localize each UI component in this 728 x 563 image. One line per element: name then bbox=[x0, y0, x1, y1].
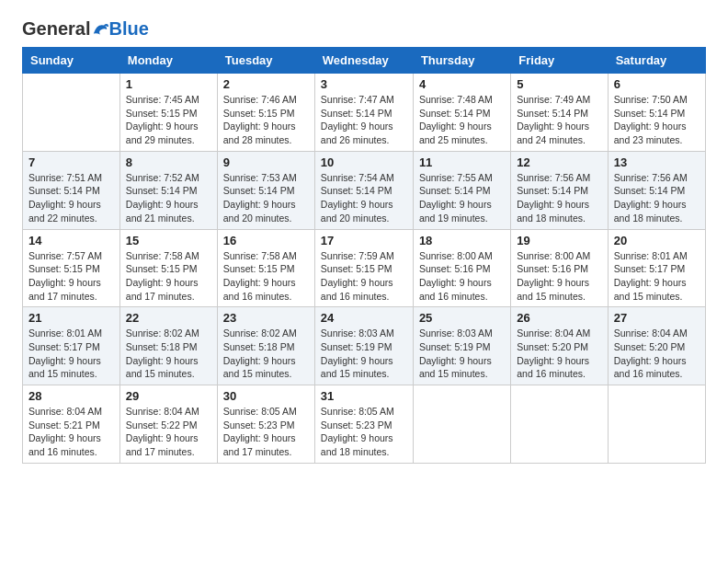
day-number: 20 bbox=[614, 234, 700, 247]
day-cell: 4Sunrise: 7:48 AMSunset: 5:14 PMDaylight… bbox=[413, 74, 510, 152]
day-cell bbox=[608, 385, 705, 464]
day-info: Sunrise: 8:00 AMSunset: 5:16 PMDaylight:… bbox=[419, 249, 505, 304]
day-info: Sunrise: 8:02 AMSunset: 5:18 PMDaylight:… bbox=[223, 327, 309, 381]
day-info: Sunrise: 7:51 AMSunset: 5:14 PMDaylight:… bbox=[28, 171, 114, 225]
day-number: 22 bbox=[126, 311, 211, 325]
day-info: Sunrise: 8:04 AMSunset: 5:22 PMDaylight:… bbox=[126, 405, 211, 459]
day-number: 23 bbox=[223, 311, 309, 325]
day-cell: 16Sunrise: 7:58 AMSunset: 5:15 PMDayligh… bbox=[217, 229, 314, 307]
day-info: Sunrise: 8:04 AMSunset: 5:20 PMDaylight:… bbox=[517, 327, 601, 381]
day-cell: 19Sunrise: 8:00 AMSunset: 5:16 PMDayligh… bbox=[511, 229, 608, 307]
day-number: 6 bbox=[614, 77, 700, 91]
day-cell bbox=[511, 385, 608, 464]
day-number: 29 bbox=[126, 389, 211, 403]
day-cell: 30Sunrise: 8:05 AMSunset: 5:23 PMDayligh… bbox=[217, 385, 314, 464]
day-cell: 11Sunrise: 7:55 AMSunset: 5:14 PMDayligh… bbox=[413, 151, 510, 229]
day-cell: 20Sunrise: 8:01 AMSunset: 5:17 PMDayligh… bbox=[608, 229, 705, 307]
day-info: Sunrise: 7:53 AMSunset: 5:14 PMDaylight:… bbox=[223, 171, 309, 225]
day-cell: 10Sunrise: 7:54 AMSunset: 5:14 PMDayligh… bbox=[314, 151, 413, 229]
day-cell: 12Sunrise: 7:56 AMSunset: 5:14 PMDayligh… bbox=[511, 151, 608, 229]
day-cell: 22Sunrise: 8:02 AMSunset: 5:18 PMDayligh… bbox=[119, 307, 217, 385]
day-number: 11 bbox=[419, 155, 505, 169]
day-cell: 18Sunrise: 8:00 AMSunset: 5:16 PMDayligh… bbox=[413, 229, 510, 307]
day-number: 21 bbox=[28, 311, 114, 325]
day-info: Sunrise: 7:56 AMSunset: 5:14 PMDaylight:… bbox=[614, 171, 700, 225]
week-row-4: 21Sunrise: 8:01 AMSunset: 5:17 PMDayligh… bbox=[23, 307, 706, 385]
day-number: 10 bbox=[321, 155, 407, 169]
day-cell: 1Sunrise: 7:45 AMSunset: 5:15 PMDaylight… bbox=[119, 74, 217, 152]
day-cell: 6Sunrise: 7:50 AMSunset: 5:14 PMDaylight… bbox=[608, 74, 705, 152]
day-number: 15 bbox=[126, 234, 211, 247]
day-cell: 23Sunrise: 8:02 AMSunset: 5:18 PMDayligh… bbox=[217, 307, 314, 385]
day-number: 25 bbox=[419, 311, 505, 325]
day-cell: 28Sunrise: 8:04 AMSunset: 5:21 PMDayligh… bbox=[23, 385, 120, 464]
day-cell: 25Sunrise: 8:03 AMSunset: 5:19 PMDayligh… bbox=[413, 307, 510, 385]
logo-blue: Blue bbox=[108, 18, 148, 40]
day-number: 13 bbox=[614, 155, 700, 169]
day-info: Sunrise: 8:02 AMSunset: 5:18 PMDaylight:… bbox=[126, 327, 211, 381]
day-info: Sunrise: 7:58 AMSunset: 5:15 PMDaylight:… bbox=[223, 249, 309, 304]
day-info: Sunrise: 7:47 AMSunset: 5:14 PMDaylight:… bbox=[321, 93, 407, 147]
day-number: 30 bbox=[223, 389, 309, 403]
weekday-header-friday: Friday bbox=[511, 48, 608, 74]
day-number: 26 bbox=[517, 311, 601, 325]
day-info: Sunrise: 7:49 AMSunset: 5:14 PMDaylight:… bbox=[517, 93, 601, 147]
day-cell: 9Sunrise: 7:53 AMSunset: 5:14 PMDaylight… bbox=[217, 151, 314, 229]
week-row-1: 1Sunrise: 7:45 AMSunset: 5:15 PMDaylight… bbox=[23, 74, 706, 152]
day-number: 5 bbox=[517, 77, 601, 91]
day-number: 12 bbox=[517, 155, 601, 169]
day-cell: 8Sunrise: 7:52 AMSunset: 5:14 PMDaylight… bbox=[119, 151, 217, 229]
day-cell: 14Sunrise: 7:57 AMSunset: 5:15 PMDayligh… bbox=[23, 229, 120, 307]
day-cell: 26Sunrise: 8:04 AMSunset: 5:20 PMDayligh… bbox=[511, 307, 608, 385]
weekday-header-row: SundayMondayTuesdayWednesdayThursdayFrid… bbox=[23, 48, 706, 74]
week-row-2: 7Sunrise: 7:51 AMSunset: 5:14 PMDaylight… bbox=[23, 151, 706, 229]
day-number: 19 bbox=[517, 234, 601, 247]
logo-general: General bbox=[22, 18, 90, 40]
weekday-header-tuesday: Tuesday bbox=[217, 48, 314, 74]
day-info: Sunrise: 7:58 AMSunset: 5:15 PMDaylight:… bbox=[126, 249, 211, 304]
weekday-header-sunday: Sunday bbox=[23, 48, 120, 74]
weekday-header-monday: Monday bbox=[119, 48, 217, 74]
day-info: Sunrise: 7:52 AMSunset: 5:14 PMDaylight:… bbox=[126, 171, 211, 225]
day-info: Sunrise: 8:03 AMSunset: 5:19 PMDaylight:… bbox=[321, 327, 407, 381]
day-cell: 24Sunrise: 8:03 AMSunset: 5:19 PMDayligh… bbox=[314, 307, 413, 385]
day-info: Sunrise: 7:57 AMSunset: 5:15 PMDaylight:… bbox=[28, 249, 114, 304]
day-cell: 7Sunrise: 7:51 AMSunset: 5:14 PMDaylight… bbox=[23, 151, 120, 229]
day-info: Sunrise: 8:01 AMSunset: 5:17 PMDaylight:… bbox=[28, 327, 114, 381]
day-info: Sunrise: 8:03 AMSunset: 5:19 PMDaylight:… bbox=[419, 327, 505, 381]
day-info: Sunrise: 7:50 AMSunset: 5:14 PMDaylight:… bbox=[614, 93, 700, 147]
day-cell: 29Sunrise: 8:04 AMSunset: 5:22 PMDayligh… bbox=[119, 385, 217, 464]
day-cell: 15Sunrise: 7:58 AMSunset: 5:15 PMDayligh… bbox=[119, 229, 217, 307]
logo: General Blue bbox=[22, 18, 149, 40]
page-header: General Blue bbox=[22, 18, 706, 40]
day-info: Sunrise: 8:00 AMSunset: 5:16 PMDaylight:… bbox=[517, 249, 601, 304]
logo-bird-icon bbox=[92, 21, 108, 38]
day-number: 9 bbox=[223, 155, 309, 169]
day-number: 27 bbox=[614, 311, 700, 325]
day-info: Sunrise: 8:04 AMSunset: 5:21 PMDaylight:… bbox=[28, 405, 114, 459]
day-cell: 17Sunrise: 7:59 AMSunset: 5:15 PMDayligh… bbox=[314, 229, 413, 307]
day-number: 3 bbox=[321, 77, 407, 91]
day-cell: 3Sunrise: 7:47 AMSunset: 5:14 PMDaylight… bbox=[314, 74, 413, 152]
day-number: 4 bbox=[419, 77, 505, 91]
day-number: 16 bbox=[223, 234, 309, 247]
day-number: 17 bbox=[321, 234, 407, 247]
day-number: 28 bbox=[28, 389, 114, 403]
day-info: Sunrise: 7:48 AMSunset: 5:14 PMDaylight:… bbox=[419, 93, 505, 147]
day-cell bbox=[23, 74, 120, 152]
day-info: Sunrise: 7:46 AMSunset: 5:15 PMDaylight:… bbox=[223, 93, 309, 147]
day-cell: 27Sunrise: 8:04 AMSunset: 5:20 PMDayligh… bbox=[608, 307, 705, 385]
day-cell bbox=[413, 385, 510, 464]
day-cell: 21Sunrise: 8:01 AMSunset: 5:17 PMDayligh… bbox=[23, 307, 120, 385]
week-row-5: 28Sunrise: 8:04 AMSunset: 5:21 PMDayligh… bbox=[23, 385, 706, 464]
day-info: Sunrise: 7:59 AMSunset: 5:15 PMDaylight:… bbox=[321, 249, 407, 304]
day-number: 1 bbox=[126, 77, 211, 91]
day-info: Sunrise: 7:54 AMSunset: 5:14 PMDaylight:… bbox=[321, 171, 407, 225]
day-number: 31 bbox=[321, 389, 407, 403]
day-info: Sunrise: 8:05 AMSunset: 5:23 PMDaylight:… bbox=[321, 405, 407, 459]
day-number: 2 bbox=[223, 77, 309, 91]
day-number: 7 bbox=[28, 155, 114, 169]
day-number: 18 bbox=[419, 234, 505, 247]
day-info: Sunrise: 8:05 AMSunset: 5:23 PMDaylight:… bbox=[223, 405, 309, 459]
day-info: Sunrise: 7:56 AMSunset: 5:14 PMDaylight:… bbox=[517, 171, 601, 225]
